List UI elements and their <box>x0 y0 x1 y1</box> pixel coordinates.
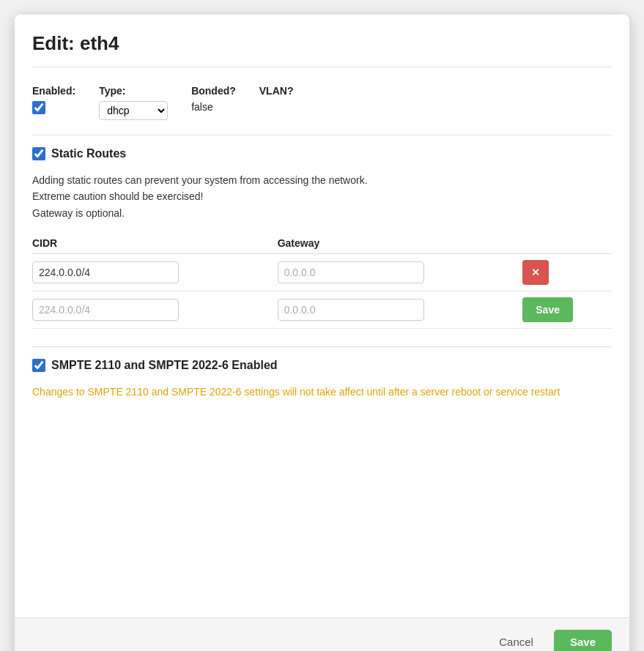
modal-title: Edit: eth4 <box>32 32 612 67</box>
action-cell-2: Save <box>522 291 612 329</box>
enabled-group: Enabled: <box>32 85 75 114</box>
cidr-column-header: CIDR <box>32 233 278 254</box>
cidr-cell-2 <box>32 291 278 329</box>
warning-line2: Extreme caution should be exercised! <box>32 190 203 202</box>
gateway-cell-1 <box>278 254 523 291</box>
routes-table: CIDR Gateway ✕ <box>32 233 612 329</box>
warning-line1: Adding static routes can prevent your sy… <box>32 174 368 186</box>
gateway-input-2[interactable] <box>278 299 424 321</box>
table-row: Save <box>32 291 612 329</box>
smpte-section-header: SMPTE 2110 and SMPTE 2022-6 Enabled <box>32 359 612 372</box>
table-row: ✕ <box>32 254 612 291</box>
modal-body: Edit: eth4 Enabled: Type: dhcp static ma… <box>15 15 629 617</box>
static-routes-title: Static Routes <box>51 147 126 160</box>
type-group: Type: dhcp static manual <box>99 85 168 120</box>
cidr-input-1[interactable] <box>32 261 179 283</box>
routes-table-header-row: CIDR Gateway <box>32 233 612 254</box>
smpte-section: SMPTE 2110 and SMPTE 2022-6 Enabled Chan… <box>32 346 612 400</box>
enabled-label: Enabled: <box>32 85 75 97</box>
modal-footer: Cancel Save <box>15 617 629 651</box>
save-route-button[interactable]: Save <box>522 297 573 322</box>
top-fields-row: Enabled: Type: dhcp static manual Bonded… <box>32 85 612 120</box>
cidr-input-2[interactable] <box>32 299 179 321</box>
gateway-input-1[interactable] <box>278 261 424 283</box>
smpte-warning-text: Changes to SMPTE 2110 and SMPTE 2022-6 s… <box>32 384 612 400</box>
bonded-label: Bonded? <box>191 85 236 97</box>
edit-eth4-modal: Edit: eth4 Enabled: Type: dhcp static ma… <box>15 15 629 651</box>
static-routes-checkbox[interactable] <box>32 147 45 160</box>
static-routes-warning: Adding static routes can prevent your sy… <box>32 172 612 221</box>
cancel-button[interactable]: Cancel <box>487 630 545 651</box>
action-cell-1: ✕ <box>522 254 612 291</box>
static-routes-section-header: Static Routes <box>32 147 612 160</box>
smpte-title: SMPTE 2110 and SMPTE 2022-6 Enabled <box>51 359 278 372</box>
cidr-cell-1 <box>32 254 278 291</box>
section-divider-1 <box>32 135 612 135</box>
x-icon: ✕ <box>531 267 540 278</box>
gateway-column-header: Gateway <box>278 233 523 254</box>
type-select[interactable]: dhcp static manual <box>99 101 168 120</box>
enabled-checkbox[interactable] <box>32 101 45 114</box>
type-label: Type: <box>99 85 168 97</box>
gateway-cell-2 <box>278 291 523 329</box>
warning-line3: Gateway is optional. <box>32 207 125 219</box>
smpte-checkbox[interactable] <box>32 359 45 372</box>
vlan-group: VLAN? <box>259 85 294 97</box>
vlan-label: VLAN? <box>259 85 294 97</box>
save-button[interactable]: Save <box>554 630 612 651</box>
action-column-header <box>522 233 612 254</box>
bonded-value: false <box>191 101 236 113</box>
delete-route-button[interactable]: ✕ <box>522 260 549 285</box>
section-divider-2 <box>32 346 612 347</box>
bonded-group: Bonded? false <box>191 85 236 113</box>
